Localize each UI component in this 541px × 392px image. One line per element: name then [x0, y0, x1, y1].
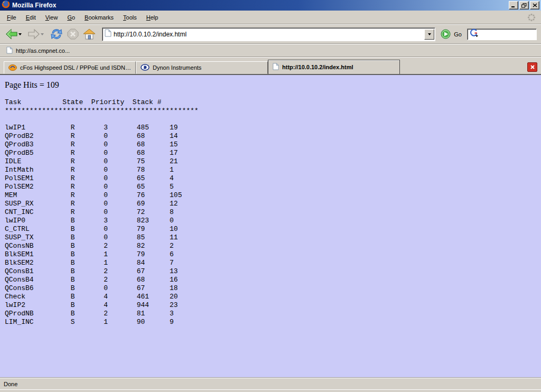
minimize-icon: [511, 6, 515, 7]
reload-icon: [50, 28, 63, 40]
tab-active-index-page[interactable]: http://10.0.10.2/index.html: [268, 60, 400, 74]
go-button[interactable]: Go: [440, 28, 465, 40]
back-dropdown-icon[interactable]: [18, 33, 22, 35]
tab-bar: cFos Highspeed DSL / PPPoE und ISDN CAP.…: [0, 57, 541, 75]
tab-label: Dynon Instruments: [153, 64, 263, 71]
throbber-icon: [527, 13, 536, 22]
home-icon: [82, 29, 96, 40]
window-title: Mozilla Firefox: [12, 0, 56, 11]
dynon-icon: [141, 64, 150, 72]
tab-close-button[interactable]: [527, 62, 537, 72]
forward-dropdown-icon[interactable]: [41, 33, 44, 35]
page-icon: [105, 29, 111, 39]
menu-view[interactable]: View: [41, 13, 63, 22]
close-button[interactable]: [530, 1, 539, 10]
titlebar: Mozilla Firefox: [0, 0, 541, 11]
bookmarks-toolbar: http://as.cmpnet.co...: [0, 44, 541, 57]
menu-tools[interactable]: Tools: [118, 13, 142, 22]
page-content: Page Hits = 109 Task State Priority Stac…: [0, 75, 541, 378]
status-text: Done: [4, 381, 17, 387]
tab-dynon[interactable]: Dynon Instruments: [136, 61, 268, 74]
tab-close-icon: [530, 64, 535, 70]
cfos-icon: [8, 63, 17, 72]
close-icon: [533, 3, 537, 7]
stop-button[interactable]: [66, 27, 80, 41]
page-hits-text: Page Hits = 109: [5, 80, 541, 90]
firefox-icon: [2, 0, 10, 11]
menu-help[interactable]: Help: [142, 13, 163, 22]
go-label: Go: [454, 31, 462, 38]
restore-icon: [521, 3, 527, 8]
browser-window: Mozilla Firefox File Edit View Go Bookma: [0, 0, 541, 392]
bookmark-item[interactable]: http://as.cmpnet.co...: [4, 46, 72, 55]
go-icon: [441, 29, 451, 39]
url-input[interactable]: [114, 30, 422, 39]
menu-go[interactable]: Go: [62, 13, 80, 22]
search-input[interactable]: [480, 31, 534, 38]
restore-button[interactable]: [519, 1, 529, 10]
task-table: Task State Priority Stack # ************…: [5, 98, 541, 326]
menu-edit[interactable]: Edit: [21, 13, 41, 22]
url-dropdown-button[interactable]: [424, 29, 434, 40]
back-icon: [5, 29, 18, 40]
menubar: File Edit View Go Bookmarks Tools Help: [0, 11, 541, 24]
home-button[interactable]: [81, 27, 97, 41]
dropdown-icon: [428, 33, 431, 35]
minimize-button[interactable]: [509, 1, 518, 10]
menu-file[interactable]: File: [2, 13, 21, 22]
status-bar: Done: [0, 378, 541, 389]
tab-label: http://10.0.10.2/index.html: [282, 64, 395, 70]
page-icon: [6, 46, 13, 55]
menu-bookmarks[interactable]: Bookmarks: [80, 13, 118, 22]
window-bottom-edge: [0, 389, 541, 392]
stop-icon: [67, 28, 79, 40]
url-bar[interactable]: [102, 27, 435, 41]
tab-label: cFos Highspeed DSL / PPPoE und ISDN CAP.…: [20, 64, 131, 71]
back-button[interactable]: [4, 27, 25, 41]
tab-cfos[interactable]: cFos Highspeed DSL / PPPoE und ISDN CAP.…: [4, 61, 136, 74]
bookmark-label: http://as.cmpnet.co...: [16, 48, 70, 54]
forward-icon: [27, 29, 40, 40]
window-controls: [509, 1, 539, 10]
forward-button[interactable]: [26, 27, 48, 41]
google-g-icon[interactable]: [470, 29, 479, 40]
search-box[interactable]: [467, 29, 537, 40]
navigation-toolbar: Go: [0, 24, 541, 44]
page-icon: [273, 63, 279, 71]
reload-button[interactable]: [49, 27, 64, 41]
